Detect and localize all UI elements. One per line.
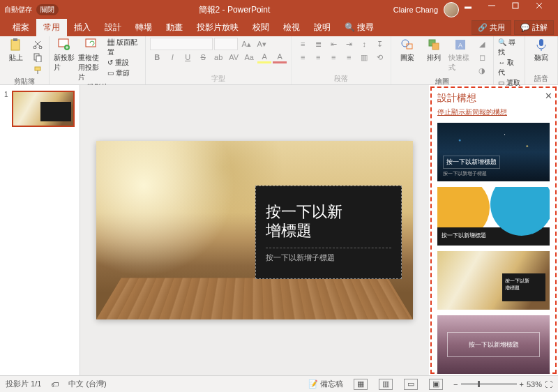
zoom-in-icon[interactable]: + [520,380,524,389]
replace-button[interactable]: ↔ 取代 [498,58,520,77]
sorter-view-icon[interactable]: ▥ [379,379,393,390]
paste-button[interactable]: 貼上 [4,38,28,63]
bullets-icon[interactable]: ≡ [296,38,310,50]
copy-icon[interactable] [31,51,45,63]
shape-fill-icon[interactable]: ◢ [475,38,489,50]
autosave-toggle[interactable]: 關閉 [36,4,59,15]
section-button[interactable]: ▭ 章節 [107,68,141,78]
maximize-icon[interactable] [512,2,530,17]
case-icon[interactable]: Aa [242,51,256,63]
new-slide-button[interactable]: 新投影片 [54,38,75,73]
design-idea-3[interactable]: 按一下以新增標題 [437,251,550,310]
align-left-icon[interactable]: ≡ [296,51,310,63]
normal-view-icon[interactable]: ▦ [354,379,368,390]
shapes-button[interactable]: 圖案 [395,38,419,63]
shape-effects-icon[interactable]: ◑ [475,64,489,77]
shadow-icon[interactable]: ab [211,51,225,63]
tab-home[interactable]: 常用 [36,19,67,36]
slide-canvas[interactable]: 按一下以新增標題 按一下以新增子標題 [96,141,413,319]
design-pane-title: 設計構想 [437,92,550,105]
fit-to-window-icon[interactable]: ⛶ [545,380,552,389]
thumbnail-pane[interactable]: 1 [0,85,80,375]
comments-button[interactable]: 💬 註解 [514,20,554,35]
dictate-button[interactable]: 聽寫 [529,38,553,63]
font-family-select[interactable] [150,38,213,50]
svg-rect-18 [432,43,439,50]
slide-editor[interactable]: 按一下以新增標題 按一下以新增子標題 [80,85,429,375]
spellcheck-icon[interactable]: 🏷 [51,380,59,389]
tab-insert[interactable]: 插入 [67,19,98,36]
indent-left-icon[interactable]: ⇤ [326,38,340,50]
tab-transitions[interactable]: 轉場 [128,19,159,36]
group-drawing: 圖案 排列 A 快速樣式 ◢ ◻ ◑ 繪圖 [391,36,494,84]
slideshow-view-icon[interactable]: ▣ [429,379,443,390]
columns-icon[interactable]: ▥ [357,51,371,63]
stop-suggestions-link[interactable]: 停止顯示新簡報的構想 [437,107,550,117]
group-font: A▴ A▾ B I U S ab AV Aa A A 字型 [146,36,292,84]
format-painter-icon[interactable] [31,64,45,77]
highlight-icon[interactable]: A [257,51,271,63]
strike-icon[interactable]: S [196,51,210,63]
close-pane-icon[interactable]: ✕ [545,91,552,101]
slide-thumbnail[interactable] [12,91,75,127]
numbering-icon[interactable]: ≣ [311,38,325,50]
tab-search[interactable]: 🔍 搜尋 [338,19,381,36]
arrange-button[interactable]: 排列 [422,38,446,63]
shrink-font-icon[interactable]: A▾ [255,38,269,50]
find-button[interactable]: 🔍 尋找 [498,38,520,57]
align-center-icon[interactable]: ≡ [311,51,325,63]
language-status[interactable]: 中文 (台灣) [68,379,106,389]
quick-access-toolbar: 自動儲存 關閉 [4,4,75,15]
cut-icon[interactable] [31,38,45,50]
ribbon-options-icon[interactable] [465,2,483,17]
reuse-slide-button[interactable]: 重複使用投影片 [78,38,105,82]
design-idea-1[interactable]: 按一下以新增標題 按一下以新增子標題 [437,123,550,181]
text-direction-icon[interactable]: ↧ [372,38,386,50]
underline-icon[interactable]: U [181,51,195,63]
smartart-icon[interactable]: ⟲ [372,51,386,63]
spacing-icon[interactable]: AV [227,51,241,63]
font-size-select[interactable] [214,38,238,50]
zoom-out-icon[interactable]: − [453,380,458,389]
layout-button[interactable]: ▦ 版面配置 [107,38,141,57]
reset-button[interactable]: ↺ 重設 [107,58,141,68]
bold-icon[interactable]: B [150,51,164,63]
zoom-control[interactable]: − + 53% ⛶ [453,380,552,389]
autosave-label: 自動儲存 [4,5,32,15]
tab-design[interactable]: 設計 [98,19,128,36]
slide-counter[interactable]: 投影片 1/1 [6,379,41,389]
tab-help[interactable]: 說明 [307,19,338,36]
grow-font-icon[interactable]: A▴ [239,38,253,50]
tab-review[interactable]: 校閱 [246,19,276,36]
svg-rect-16 [407,44,412,49]
user-name[interactable]: Claire Chang [393,6,438,14]
tab-view[interactable]: 檢視 [276,19,307,36]
title-placeholder[interactable]: 按一下以新增標題 按一下以新增子標題 [255,186,402,279]
indent-right-icon[interactable]: ⇥ [342,38,356,50]
tab-slideshow[interactable]: 投影片放映 [190,19,246,36]
line-spacing-icon[interactable]: ↕ [357,38,371,50]
zoom-percent[interactable]: 53% [527,380,542,389]
zoom-slider[interactable] [461,383,517,385]
notes-button[interactable]: 📝 備忘稿 [308,379,343,389]
design-idea-2[interactable]: 按一下以新增標題 [437,187,550,246]
title-bar: 自動儲存 關閉 簡報2 - PowerPoint Claire Chang [0,0,558,20]
minimize-icon[interactable] [488,2,506,17]
share-button[interactable]: 🔗 共用 [472,20,511,35]
align-right-icon[interactable]: ≡ [326,51,340,63]
quick-styles-button[interactable]: A 快速樣式 [448,38,472,73]
shape-outline-icon[interactable]: ◻ [475,51,489,63]
close-icon[interactable] [536,2,554,17]
group-editing: 🔍 尋找 ↔ 取代 ▭ 選取 編輯 [494,36,525,84]
italic-icon[interactable]: I [165,51,179,63]
justify-icon[interactable]: ≡ [342,51,356,63]
design-idea-4[interactable]: 按一下以新增標題 [437,315,550,374]
status-bar: 投影片 1/1 🏷 中文 (台灣) 📝 備忘稿 ▦ ▥ ▭ ▣ − + 53% … [0,375,558,392]
tab-animations[interactable]: 動畫 [159,19,190,36]
avatar[interactable] [444,2,459,17]
subtitle-placeholder[interactable]: 按一下以新增子標題 [266,248,391,263]
svg-rect-3 [465,7,472,8]
font-color-icon[interactable]: A [273,51,287,63]
tab-file[interactable]: 檔案 [6,19,36,36]
reading-view-icon[interactable]: ▭ [404,379,418,390]
